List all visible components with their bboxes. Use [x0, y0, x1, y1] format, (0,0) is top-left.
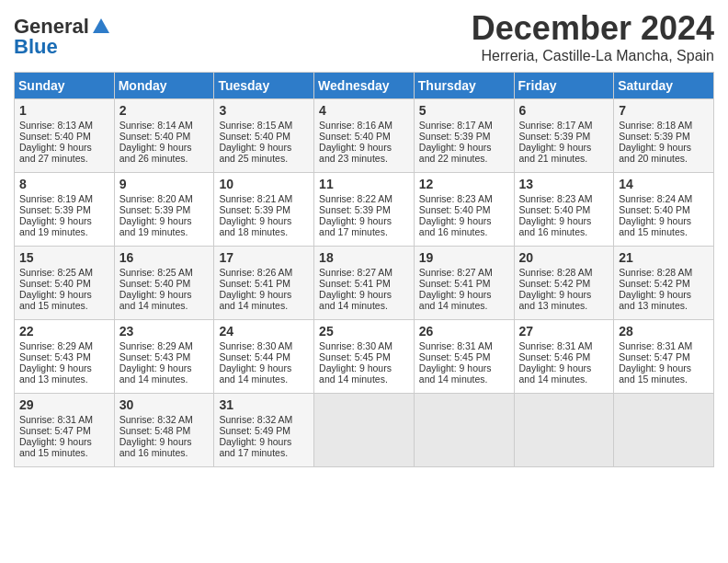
day-number: 16 [119, 250, 210, 265]
day-number: 30 [119, 397, 210, 412]
sunrise-text: Sunrise: 8:29 AM [19, 340, 93, 351]
sunrise-text: Sunrise: 8:29 AM [119, 340, 193, 351]
daylight-text: Daylight: 9 hours and 22 minutes. [419, 142, 492, 164]
sunset-text: Sunset: 5:40 PM [19, 131, 91, 142]
daylight-text: Daylight: 9 hours and 27 minutes. [19, 142, 92, 164]
header-monday: Monday [114, 73, 214, 99]
daylight-text: Daylight: 9 hours and 18 minutes. [219, 215, 291, 237]
daylight-text: Daylight: 9 hours and 13 minutes. [19, 362, 92, 385]
day-number: 3 [219, 103, 309, 118]
sunset-text: Sunset: 5:39 PM [619, 131, 690, 142]
day-number: 8 [19, 177, 109, 191]
day-number: 14 [619, 177, 709, 191]
sunset-text: Sunset: 5:48 PM [119, 425, 191, 436]
daylight-text: Daylight: 9 hours and 14 minutes. [319, 362, 392, 385]
sunset-text: Sunset: 5:40 PM [219, 131, 290, 142]
daylight-text: Daylight: 9 hours and 19 minutes. [119, 215, 192, 237]
sunrise-text: Sunrise: 8:22 AM [319, 193, 392, 204]
sunset-text: Sunset: 5:47 PM [619, 351, 690, 362]
title-area: December 2024 Herreria, Castille-La Manc… [472, 9, 714, 64]
daylight-text: Daylight: 9 hours and 14 minutes. [419, 362, 492, 385]
sunrise-text: Sunrise: 8:27 AM [319, 267, 392, 278]
sunrise-text: Sunrise: 8:23 AM [519, 193, 593, 204]
calendar-cell: 10Sunrise: 8:21 AMSunset: 5:39 PMDayligh… [214, 173, 314, 247]
sunset-text: Sunset: 5:42 PM [619, 278, 690, 289]
sunrise-text: Sunrise: 8:13 AM [19, 120, 93, 131]
daylight-text: Daylight: 9 hours and 14 minutes. [319, 289, 392, 311]
daylight-text: Daylight: 9 hours and 20 minutes. [619, 142, 691, 164]
daylight-text: Daylight: 9 hours and 13 minutes. [519, 289, 592, 311]
calendar-cell: 4Sunrise: 8:16 AMSunset: 5:40 PMDaylight… [314, 99, 415, 173]
sunset-text: Sunset: 5:40 PM [319, 131, 391, 142]
calendar-cell: 13Sunrise: 8:23 AMSunset: 5:40 PMDayligh… [514, 173, 614, 247]
logo-blue-text: Blue [14, 37, 58, 57]
calendar-cell: 29Sunrise: 8:31 AMSunset: 5:47 PMDayligh… [15, 394, 115, 467]
sunset-text: Sunset: 5:41 PM [419, 278, 491, 289]
sunset-text: Sunset: 5:39 PM [319, 204, 391, 215]
sunrise-text: Sunrise: 8:17 AM [419, 120, 493, 131]
header-friday: Friday [514, 73, 614, 99]
day-number: 26 [419, 324, 509, 339]
sunrise-text: Sunrise: 8:25 AM [119, 267, 193, 278]
calendar-cell: 25Sunrise: 8:30 AMSunset: 5:45 PMDayligh… [314, 320, 415, 394]
sunset-text: Sunset: 5:40 PM [119, 131, 191, 142]
day-number: 9 [119, 177, 210, 191]
sunrise-text: Sunrise: 8:16 AM [319, 120, 392, 131]
daylight-text: Daylight: 9 hours and 14 minutes. [119, 289, 192, 311]
calendar-cell [614, 394, 714, 467]
day-number: 12 [419, 177, 509, 191]
calendar-header-row: SundayMondayTuesdayWednesdayThursdayFrid… [15, 73, 714, 99]
sunrise-text: Sunrise: 8:23 AM [419, 193, 493, 204]
day-number: 17 [219, 250, 309, 265]
week-row-1: 1Sunrise: 8:13 AMSunset: 5:40 PMDaylight… [15, 99, 714, 173]
calendar-cell: 23Sunrise: 8:29 AMSunset: 5:43 PMDayligh… [114, 320, 214, 394]
sunrise-text: Sunrise: 8:24 AM [619, 193, 692, 204]
sunrise-text: Sunrise: 8:28 AM [519, 267, 593, 278]
calendar-cell: 6Sunrise: 8:17 AMSunset: 5:39 PMDaylight… [514, 99, 614, 173]
sunset-text: Sunset: 5:40 PM [619, 204, 690, 215]
sunset-text: Sunset: 5:39 PM [419, 131, 491, 142]
calendar-cell: 1Sunrise: 8:13 AMSunset: 5:40 PMDaylight… [15, 99, 115, 173]
sunrise-text: Sunrise: 8:14 AM [119, 120, 193, 131]
sunset-text: Sunset: 5:42 PM [519, 278, 591, 289]
calendar-cell: 28Sunrise: 8:31 AMSunset: 5:47 PMDayligh… [614, 320, 714, 394]
svg-marker-0 [93, 18, 109, 33]
calendar-cell [514, 394, 614, 467]
calendar-table: SundayMondayTuesdayWednesdayThursdayFrid… [14, 72, 714, 467]
day-number: 11 [319, 177, 409, 191]
calendar-cell: 9Sunrise: 8:20 AMSunset: 5:39 PMDaylight… [114, 173, 214, 247]
day-number: 23 [119, 324, 210, 339]
calendar-cell: 2Sunrise: 8:14 AMSunset: 5:40 PMDaylight… [114, 99, 214, 173]
calendar-cell: 19Sunrise: 8:27 AMSunset: 5:41 PMDayligh… [414, 247, 514, 320]
day-number: 20 [519, 250, 609, 265]
daylight-text: Daylight: 9 hours and 16 minutes. [519, 215, 592, 237]
day-number: 28 [619, 324, 709, 339]
calendar-cell: 12Sunrise: 8:23 AMSunset: 5:40 PMDayligh… [414, 173, 514, 247]
daylight-text: Daylight: 9 hours and 15 minutes. [19, 289, 92, 311]
sunset-text: Sunset: 5:40 PM [19, 278, 91, 289]
calendar-cell: 7Sunrise: 8:18 AMSunset: 5:39 PMDaylight… [614, 99, 714, 173]
calendar-cell: 5Sunrise: 8:17 AMSunset: 5:39 PMDaylight… [414, 99, 514, 173]
calendar-cell: 15Sunrise: 8:25 AMSunset: 5:40 PMDayligh… [15, 247, 115, 320]
daylight-text: Daylight: 9 hours and 21 minutes. [519, 142, 592, 164]
sunrise-text: Sunrise: 8:18 AM [619, 120, 692, 131]
daylight-text: Daylight: 9 hours and 17 minutes. [219, 436, 291, 458]
day-number: 13 [519, 177, 609, 191]
week-row-3: 15Sunrise: 8:25 AMSunset: 5:40 PMDayligh… [15, 247, 714, 320]
day-number: 22 [19, 324, 109, 339]
calendar-cell: 17Sunrise: 8:26 AMSunset: 5:41 PMDayligh… [214, 247, 314, 320]
sunset-text: Sunset: 5:39 PM [519, 131, 591, 142]
month-title: December 2024 [472, 9, 714, 48]
daylight-text: Daylight: 9 hours and 16 minutes. [419, 215, 492, 237]
day-number: 27 [519, 324, 609, 339]
sunrise-text: Sunrise: 8:32 AM [219, 414, 292, 425]
week-row-4: 22Sunrise: 8:29 AMSunset: 5:43 PMDayligh… [15, 320, 714, 394]
day-number: 5 [419, 103, 509, 118]
header-sunday: Sunday [15, 73, 115, 99]
calendar-cell: 8Sunrise: 8:19 AMSunset: 5:39 PMDaylight… [15, 173, 115, 247]
sunrise-text: Sunrise: 8:17 AM [519, 120, 593, 131]
sunrise-text: Sunrise: 8:21 AM [219, 193, 292, 204]
sunset-text: Sunset: 5:49 PM [219, 425, 290, 436]
calendar-cell: 11Sunrise: 8:22 AMSunset: 5:39 PMDayligh… [314, 173, 415, 247]
sunrise-text: Sunrise: 8:31 AM [419, 340, 493, 351]
